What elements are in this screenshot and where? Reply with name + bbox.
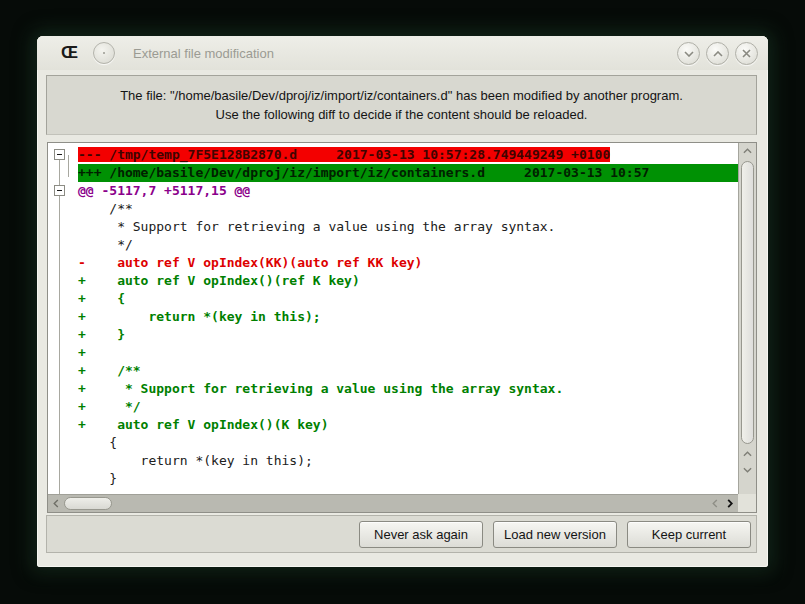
diff-line: { bbox=[78, 434, 738, 452]
window-menu-button[interactable] bbox=[93, 42, 115, 64]
diff-line: + * Support for retrieving a value using… bbox=[78, 380, 738, 398]
diff-line: + { bbox=[78, 290, 738, 308]
diff-line: + auto ref V opIndex()(K key) bbox=[78, 416, 738, 434]
dialog-window: Œ External file modification The file: bbox=[37, 36, 768, 567]
diff-pane: --- /tmp/temp_7F5E128B2870.d 2017-03-13 … bbox=[47, 142, 757, 513]
scroll-up-icon[interactable] bbox=[739, 143, 756, 159]
diff-line: + bbox=[78, 344, 738, 362]
scroll-left-icon[interactable] bbox=[707, 495, 722, 512]
diff-line: + return *(key in this); bbox=[78, 308, 738, 326]
diff-line: */ bbox=[78, 236, 738, 254]
minimize-button[interactable] bbox=[677, 42, 700, 65]
diff-viewport[interactable]: --- /tmp/temp_7F5E128B2870.d 2017-03-13 … bbox=[48, 143, 738, 494]
collapse-toggle-icon[interactable] bbox=[54, 185, 65, 196]
maximize-button[interactable] bbox=[706, 42, 729, 65]
keep-current-button[interactable]: Keep current bbox=[627, 521, 751, 548]
diff-line: @@ -5117,7 +5117,15 @@ bbox=[78, 182, 738, 200]
diff-line: + /** bbox=[78, 362, 738, 380]
horizontal-scroll-thumb[interactable] bbox=[64, 497, 112, 510]
diff-line: /** bbox=[78, 200, 738, 218]
diff-line: } bbox=[78, 470, 738, 488]
message-line-1: The file: "/home/basile/Dev/dproj/iz/imp… bbox=[120, 86, 683, 106]
diff-line: --- /tmp/temp_7F5E128B2870.d 2017-03-13 … bbox=[78, 146, 738, 164]
vertical-scroll-thumb[interactable] bbox=[741, 161, 754, 444]
message-panel: The file: "/home/basile/Dev/dproj/iz/imp… bbox=[46, 75, 757, 135]
tree-line bbox=[68, 155, 69, 177]
button-strip: Never ask again Load new version Keep cu… bbox=[46, 515, 757, 553]
diff-line: * Support for retrieving a value using t… bbox=[78, 218, 738, 236]
message-line-2: Use the following diff to decide if the … bbox=[216, 105, 588, 125]
diff-line: return *(key in this); bbox=[78, 452, 738, 470]
diff-code: --- /tmp/temp_7F5E128B2870.d 2017-03-13 … bbox=[78, 143, 738, 494]
load-new-version-button[interactable]: Load new version bbox=[493, 521, 617, 548]
scrollbar-corner bbox=[738, 494, 756, 512]
app-logo-icon: Œ bbox=[61, 43, 77, 63]
tree-line bbox=[59, 155, 60, 494]
scroll-down-icon[interactable] bbox=[739, 462, 756, 478]
vertical-scrollbar[interactable] bbox=[738, 143, 756, 494]
collapse-toggle-icon[interactable] bbox=[54, 149, 65, 160]
diff-line: +++ /home/basile/Dev/dproj/iz/import/iz/… bbox=[78, 164, 738, 182]
never-ask-again-button[interactable]: Never ask again bbox=[359, 521, 483, 548]
diff-line: + } bbox=[78, 326, 738, 344]
fold-gutter bbox=[48, 143, 78, 494]
diff-line: - auto ref V opIndex(KK)(auto ref KK key… bbox=[78, 254, 738, 272]
diff-line: + */ bbox=[78, 398, 738, 416]
close-icon bbox=[742, 49, 751, 58]
chevron-up-icon bbox=[713, 51, 723, 57]
title-bar[interactable]: Œ External file modification bbox=[37, 36, 768, 70]
scroll-up-icon[interactable] bbox=[739, 446, 756, 462]
scroll-right-icon[interactable] bbox=[722, 495, 737, 512]
scroll-left-icon[interactable] bbox=[48, 495, 63, 512]
close-button[interactable] bbox=[735, 42, 758, 65]
diff-line: + auto ref V opIndex()(ref K key) bbox=[78, 272, 738, 290]
window-title: External file modification bbox=[133, 46, 274, 61]
horizontal-scrollbar[interactable] bbox=[48, 494, 738, 512]
chevron-down-icon bbox=[684, 51, 694, 57]
